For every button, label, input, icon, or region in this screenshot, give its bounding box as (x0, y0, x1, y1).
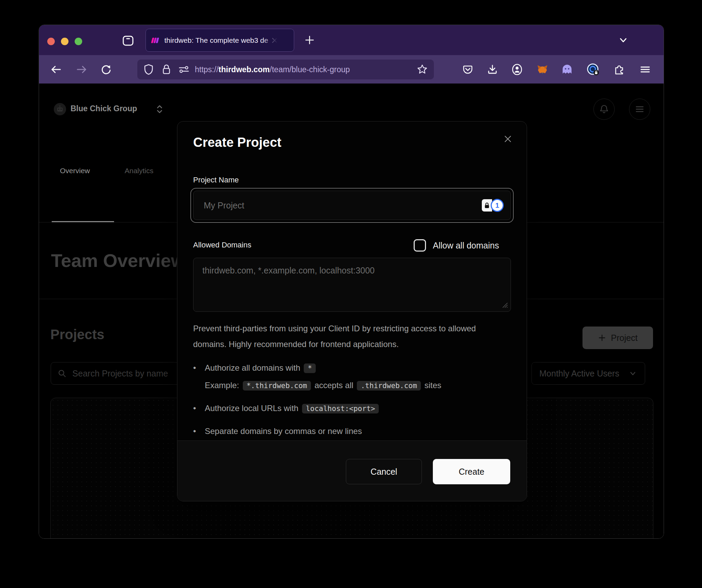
modal-close-button[interactable] (501, 132, 515, 147)
allowed-domains-label: Allowed Domains (193, 241, 251, 250)
example-suffix: sites (425, 381, 441, 390)
traffic-light-minimize[interactable] (61, 38, 68, 45)
help-bullet-separate: • Separate domains by commas or new line… (193, 424, 512, 438)
tab-title: thirdweb: The complete web3 de (164, 36, 271, 44)
example-prefix: Example: (205, 381, 239, 390)
new-project-button[interactable]: Project (582, 327, 653, 349)
onepassword-autofill-badge[interactable]: 1 (482, 199, 504, 212)
domain-chip: .thirdweb.com (357, 381, 421, 391)
thirdweb-logo-icon (151, 36, 160, 44)
localhost-chip: localhost:<port> (302, 404, 379, 413)
wildcard-chip: * (304, 363, 316, 373)
chevron-down-icon (628, 369, 637, 378)
allowed-domains-help-text: Prevent third-parties from using your Cl… (193, 321, 505, 352)
bookmark-star-icon[interactable] (416, 63, 428, 76)
plus-icon (598, 334, 606, 342)
sort-dropdown-label: Monthly Active Users (539, 369, 619, 379)
browser-tab[interactable]: thirdweb: The complete web3 de (146, 29, 294, 52)
example-middle: accepts all (314, 381, 353, 390)
project-name-field[interactable]: 1 (193, 191, 511, 220)
screenshot-canvas: thirdweb: The complete web3 de (0, 0, 702, 588)
bullet1-text: Authorize all domains with (205, 363, 300, 372)
modal-title: Create Project (193, 135, 281, 150)
tab-strip: thirdweb: The complete web3 de (39, 25, 664, 55)
cancel-button[interactable]: Cancel (346, 459, 422, 484)
tab-analytics[interactable]: Analytics (125, 167, 153, 175)
sort-dropdown[interactable]: Monthly Active Users (531, 362, 645, 385)
page-title: Team Overview (51, 250, 185, 271)
metamask-icon[interactable] (535, 62, 550, 77)
create-button[interactable]: Create (433, 459, 510, 484)
team-avatar[interactable] (53, 103, 66, 116)
reload-icon[interactable] (99, 62, 114, 77)
onepassword-icon[interactable] (586, 62, 601, 77)
back-icon[interactable] (49, 62, 64, 77)
tracking-shield-icon[interactable] (143, 63, 154, 76)
account-icon[interactable] (510, 62, 525, 77)
lock-icon[interactable] (161, 63, 172, 76)
downloads-icon[interactable] (485, 62, 500, 77)
allow-all-domains-label: Allow all domains (433, 241, 499, 251)
traffic-light-zoom[interactable] (75, 38, 82, 45)
url-path: /team/blue-chick-group (270, 65, 350, 74)
url-domain: thirdweb.com (218, 65, 270, 74)
team-name[interactable]: Blue Chick Group (71, 104, 137, 113)
team-switcher-chevrons-icon[interactable] (155, 103, 164, 115)
bullet2-text: Authorize local URLs with (205, 404, 298, 413)
permissions-sliders-icon[interactable] (178, 63, 190, 76)
create-project-modal: Create Project Project Name (177, 121, 527, 501)
wildcard-domain-chip: *.thirdweb.com (243, 381, 311, 391)
project-name-label: Project Name (193, 176, 239, 184)
project-name-input[interactable] (203, 200, 482, 211)
onepassword-one-icon: 1 (491, 199, 504, 212)
bullet3-text: Separate domains by commas or new lines (205, 426, 362, 436)
traffic-light-close[interactable] (47, 38, 55, 45)
allow-all-domains-row[interactable]: Allow all domains (414, 239, 499, 252)
project-name-focus-ring: 1 (190, 188, 514, 223)
notifications-button[interactable] (593, 99, 615, 120)
tab-overview[interactable]: Overview (60, 167, 90, 175)
help-bullet-local-urls: • Authorize local URLs with localhost:<p… (193, 401, 512, 416)
url-scheme: https:// (195, 65, 218, 74)
close-icon (503, 134, 513, 144)
tab-list-chevron-icon[interactable] (617, 36, 629, 45)
account-menu-button[interactable] (629, 99, 650, 120)
bell-icon (599, 104, 609, 115)
menu-lines-icon (635, 105, 644, 113)
modal-footer: Cancel Create (177, 440, 527, 501)
tab-title-fade (262, 33, 277, 48)
help-example-line: Example: *.thirdweb.com accepts all .thi… (205, 379, 441, 393)
menu-hamburger-icon[interactable] (638, 62, 653, 77)
firefox-view-icon[interactable] (122, 35, 134, 48)
help-bullet-authorize-all: • Authorize all domains with * Example: … (193, 361, 512, 393)
allow-all-domains-checkbox[interactable] (414, 239, 426, 252)
phantom-icon[interactable] (560, 62, 575, 77)
projects-heading: Projects (50, 327, 104, 342)
new-tab-icon[interactable] (304, 35, 315, 46)
pocket-icon[interactable] (460, 62, 475, 77)
forward-icon[interactable] (74, 62, 89, 77)
url-bar[interactable]: https://thirdweb.com/team/blue-chick-gro… (137, 60, 434, 79)
new-project-button-label: Project (611, 333, 638, 343)
search-icon (57, 368, 67, 379)
navigation-toolbar: https://thirdweb.com/team/blue-chick-gro… (39, 55, 664, 84)
allowed-domains-help-list: • Authorize all domains with * Example: … (193, 361, 512, 447)
allowed-domains-textarea[interactable] (193, 258, 511, 312)
browser-window: thirdweb: The complete web3 de (39, 25, 664, 539)
extensions-puzzle-icon[interactable] (612, 62, 627, 77)
url-text[interactable]: https://thirdweb.com/team/blue-chick-gro… (195, 65, 416, 74)
